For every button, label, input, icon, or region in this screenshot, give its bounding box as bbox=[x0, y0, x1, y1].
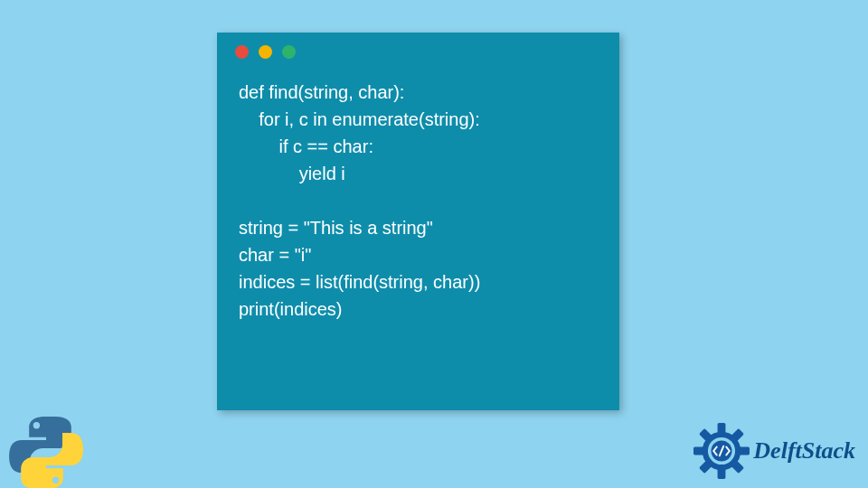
code-window: def find(string, char): for i, c in enum… bbox=[217, 33, 619, 410]
code-line: print(indices) bbox=[239, 299, 342, 319]
code-line: indices = list(find(string, char)) bbox=[239, 272, 480, 292]
svg-point-0 bbox=[33, 422, 40, 428]
code-line: yield i bbox=[239, 164, 345, 183]
brand-name: DelftStack bbox=[753, 437, 855, 465]
code-line: for i, c in enumerate(string): bbox=[239, 109, 480, 129]
svg-point-1 bbox=[52, 477, 59, 483]
minimize-icon bbox=[259, 45, 272, 59]
brand-logo: DelftStack bbox=[693, 423, 855, 479]
python-logo-icon bbox=[5, 412, 87, 488]
gear-brackets-icon bbox=[693, 423, 750, 479]
code-line: if c == char: bbox=[239, 136, 373, 156]
maximize-icon bbox=[282, 45, 296, 59]
close-icon bbox=[235, 45, 249, 59]
code-line: char = "i" bbox=[239, 245, 311, 265]
code-line: def find(string, char): bbox=[239, 82, 404, 102]
code-line: string = "This is a string" bbox=[239, 218, 433, 238]
code-block: def find(string, char): for i, c in enum… bbox=[217, 64, 619, 339]
window-titlebar bbox=[217, 33, 619, 64]
